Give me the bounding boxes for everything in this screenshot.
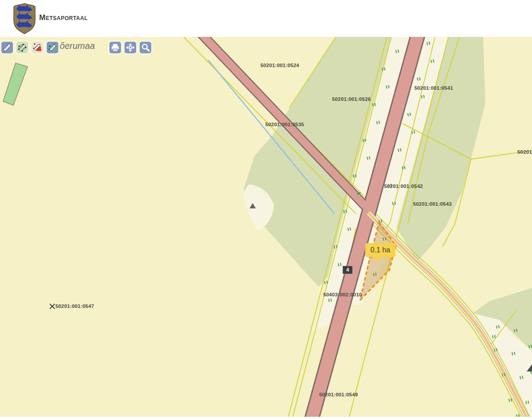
estonia-coat-of-arms-logo — [12, 3, 37, 35]
magnifier-icon — [141, 43, 150, 52]
printer-icon — [110, 43, 120, 52]
app-header: Metsaportaal — [0, 0, 532, 37]
ruler-polygon-icon — [17, 42, 28, 53]
parcel-label: 50201:001:0542 — [384, 184, 423, 189]
measure-toolbar — [1, 42, 58, 53]
measure-area-green-button[interactable] — [47, 42, 58, 53]
page-title: Metsaportaal — [39, 13, 88, 22]
parcel-label: 50403:002:0010 — [323, 292, 362, 297]
measure-area-red-button[interactable] — [32, 42, 43, 53]
zoom-button[interactable] — [140, 42, 151, 53]
lion-icon — [16, 5, 32, 28]
ruler-polygon-red-icon — [32, 42, 43, 53]
measure-area-button[interactable] — [16, 42, 28, 53]
parcel-label: 50201:001:0549 — [319, 392, 358, 397]
base-map[interactable]: 50201:001:0524 50201:001:0526 50201:001:… — [0, 37, 532, 419]
page-bottom-strip — [0, 417, 532, 419]
road-number-badge: 4 — [343, 266, 353, 274]
print-button[interactable] — [109, 42, 121, 53]
metsaportaal-app: Metsaportaal — [0, 0, 532, 419]
ruler-polygon-green-icon — [47, 42, 58, 53]
parcel-label: 50201:001:0543 — [413, 201, 451, 207]
ruler-icon — [2, 42, 12, 53]
place-name-label: Sõerumaa — [54, 41, 95, 51]
parcel-label: 50201:001:0541 — [414, 85, 453, 91]
move-icon — [125, 43, 135, 52]
parcel-label-clipped: 50201 — [517, 149, 532, 155]
measure-line-button[interactable] — [1, 42, 13, 53]
action-toolbar — [109, 42, 151, 53]
parcel-label: 50201:001:0535 — [265, 122, 304, 127]
map-viewport[interactable]: 50201:001:0524 50201:001:0526 50201:001:… — [0, 37, 532, 419]
area-tooltip: 0.1 ha — [365, 243, 395, 257]
area-tooltip-text: 0.1 ha — [371, 246, 390, 254]
pan-button[interactable] — [125, 42, 136, 53]
parcel-label: 50201:001:0526 — [332, 96, 371, 102]
parcel-label: 50201:001:0524 — [260, 63, 299, 68]
parcel-label: 50201:001:0547 — [55, 303, 94, 309]
